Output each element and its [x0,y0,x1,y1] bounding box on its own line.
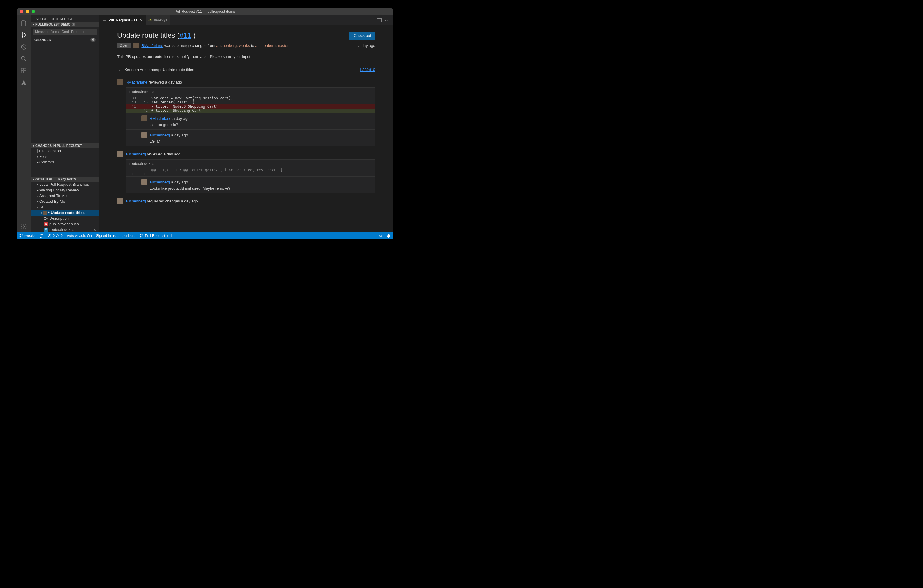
close-window-icon[interactable] [20,10,23,13]
chevron-down-icon: ▾ [40,211,43,214]
pr-meta: Open RMacfarlane wants to merge changes … [117,43,375,48]
svg-point-13 [44,219,46,220]
changes-label: CHANGES [34,38,51,42]
comment-author-link[interactable]: auchenberg [149,180,170,184]
pr-number-link[interactable]: #11 [179,31,191,39]
github-local-branches[interactable]: ▸Local Pull Request Branches [31,182,99,187]
checkout-button[interactable]: Check out [350,31,375,39]
diff-line: 4040res.render('cart', { [126,100,375,104]
avatar [141,132,147,138]
tab-pull-request[interactable]: Pull Request #11 × [99,15,146,25]
reviewer-link[interactable]: RMacfarlane [125,80,148,84]
close-tab-icon[interactable]: × [140,18,143,22]
pr-time: a day ago [358,43,375,48]
changes-count-badge: 0 [90,38,96,42]
chevron-right-icon: ▸ [36,161,39,164]
editor-tabs: Pull Request #11 × JS index.js ··· [99,15,393,25]
review-block: RMacfarlane reviewed a day ago routes/in… [117,79,375,146]
github-pr-file-index[interactable]: M routes/index.js ♪♫ [31,227,99,232]
more-actions-icon[interactable]: ··· [385,18,390,22]
split-editor-icon[interactable] [377,18,381,23]
github-waiting[interactable]: ▸Waiting For My Review [31,187,99,193]
repo-provider: GIT [72,23,77,26]
diff-line: 11 11 [126,172,375,176]
github-created[interactable]: ▸Created By Me [31,199,99,204]
chevron-down-icon: ▾ [33,23,34,26]
review-header: RMacfarlane reviewed a day ago [117,79,375,85]
explorer-icon[interactable] [16,17,31,29]
github-all[interactable]: ▾All [31,204,99,210]
comment-author-link[interactable]: auchenberg [149,133,170,137]
comment-body: Is it too generic? [141,123,372,127]
diff-line: 3939var cart = new Cart(req.session.cart… [126,96,375,100]
status-bar: tweaks 0 0 Auto Attach: On Signed in as … [16,232,393,239]
avatar [117,198,123,204]
review-comment: RMacfarlane a day ago Is it too generic? [126,113,375,129]
changes-in-pr-header[interactable]: ▾ CHANGES IN PULL REQUEST [31,143,99,148]
svg-point-12 [44,217,46,218]
repo-section-header[interactable]: ▾ PULLREQUEST-DEMO GIT [31,22,99,27]
status-feedback-icon[interactable]: ☺ [379,234,383,238]
status-bell-icon[interactable] [387,234,391,238]
maximize-window-icon[interactable] [31,10,35,13]
svg-point-21 [140,237,141,237]
avatar [141,179,147,185]
pr-header: Update route titles (#11 ) Check out [117,31,375,39]
pr-files-item[interactable]: ▸ Files [31,154,99,159]
status-pr[interactable]: Pull Request #11 [140,234,172,238]
comment-author-link[interactable]: RMacfarlane [149,116,172,121]
sidebar: SOURCE CONTROL: GIT ▾ PULLREQUEST-DEMO G… [31,15,99,232]
reviewer-link[interactable]: auchenberg [125,199,146,203]
chevron-down-icon: ▾ [33,178,34,181]
pr-status-badge: Open [117,43,131,48]
svg-point-22 [143,235,143,235]
minimize-window-icon[interactable] [26,10,29,13]
azure-icon[interactable] [16,77,31,89]
avatar [117,79,123,85]
commit-icon: -○- [117,67,122,72]
reviewer-link[interactable]: auchenberg [125,152,146,156]
traffic-lights [20,10,35,13]
status-problems[interactable]: 0 0 [48,234,62,238]
titlebar[interactable]: Pull Request #11 — pullrequest-demo [16,8,393,15]
svg-point-10 [37,151,38,153]
github-pr-selected[interactable]: ▾ * Update route titles [31,210,99,215]
github-assigned[interactable]: ▸Assigned To Me [31,193,99,199]
avatar [141,115,147,121]
tab-indexjs[interactable]: JS index.js [146,15,171,25]
settings-gear-icon[interactable] [16,220,31,232]
review-header: auchenberg reviewed a day ago [117,151,375,157]
source-control-icon[interactable] [16,29,31,41]
search-icon[interactable] [16,53,31,65]
status-branch[interactable]: tweaks [19,234,35,238]
main-area: SOURCE CONTROL: GIT ▾ PULLREQUEST-DEMO G… [16,15,393,232]
pr-description-item[interactable]: Description [31,148,99,154]
diff-box: routes/index.js @@ -11,7 +11,7 @@ router… [126,159,375,193]
github-pr-description[interactable]: Description [31,215,99,221]
pr-author-link[interactable]: RMacfarlane [141,43,163,48]
diff-line: 41- title: 'NodeJS Shopping Cart', [126,104,375,108]
commit-sha-link[interactable]: b282d10 [360,67,375,72]
commit-message-input[interactable] [33,28,97,35]
tab-actions: ··· [377,15,393,25]
svg-point-4 [21,56,25,60]
diff-hunk-header: @@ -11,7 +11,7 @@ router.get('/', functi… [126,168,375,172]
status-auto-attach[interactable]: Auto Attach: On [67,234,92,238]
pr-content: Update route titles (#11 ) Check out Ope… [99,25,393,232]
svg-point-18 [22,235,23,235]
diff-line: 41+ title: 'Shopping Cart', [126,108,375,113]
commit-row: -○- Kenneth Auchenberg: Update route tit… [117,65,375,74]
github-pr-header[interactable]: ▾ GITHUB PULL REQUESTS [31,177,99,182]
chevron-right-icon: ▸ [36,155,39,158]
pr-commits-item[interactable]: ▸ Commits [31,159,99,165]
debug-icon[interactable] [16,41,31,53]
review-header: auchenberg requested changes a day ago [117,198,375,204]
github-pr-file-favicon[interactable]: D public/favicon.ico [31,221,99,227]
extensions-icon[interactable] [16,65,31,77]
file-decoration: ♪♫ [94,228,97,232]
avatar [43,211,47,215]
changes-header[interactable]: CHANGES 0 [31,37,99,43]
status-sync-icon[interactable] [39,234,44,238]
svg-point-1 [22,36,23,38]
status-signed-in[interactable]: Signed in as auchenberg [96,234,136,238]
